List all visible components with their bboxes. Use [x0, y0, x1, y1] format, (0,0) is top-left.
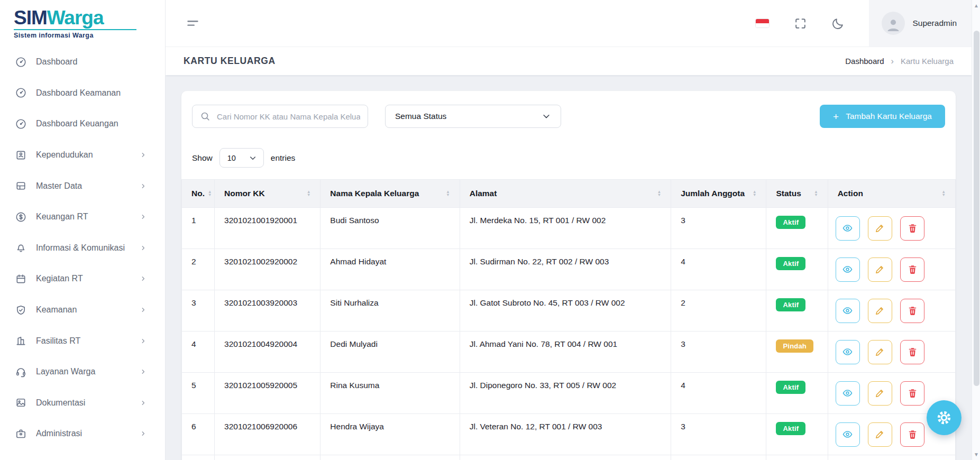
edit-button[interactable]: [868, 216, 892, 241]
sidebar-item[interactable]: Dashboard Keuangan: [0, 108, 165, 140]
cell-alamat: Jl. Diponegoro No. 33, RT 005 / RW 002: [460, 373, 671, 414]
trash-icon: [907, 305, 918, 316]
sidebar-item[interactable]: Keuangan RT: [0, 201, 165, 233]
view-button[interactable]: [836, 257, 860, 282]
sidebar-item[interactable]: Dokumentasi: [0, 388, 165, 419]
sidebar-item[interactable]: Administrasi: [0, 418, 165, 449]
sidebar-item[interactable]: Keamanan: [0, 295, 165, 326]
status-badge: Aktif: [776, 298, 805, 311]
cell-nama-kepala-keluarga: Dedi Mulyadi: [320, 332, 460, 373]
edit-button[interactable]: [868, 381, 892, 406]
sidebar-item[interactable]: Master Data: [0, 170, 165, 201]
column-header-jumlah-anggota[interactable]: Jumlah Anggota▲▼: [671, 180, 766, 208]
delete-button[interactable]: [900, 257, 924, 282]
column-header-action[interactable]: Action▲▼: [828, 180, 955, 208]
view-button[interactable]: [836, 299, 860, 323]
cell-alamat: Jl. Veteran No. 12, RT 001 / RW 003: [460, 414, 671, 455]
sidebar-item[interactable]: Dashboard Keamanan: [0, 78, 165, 109]
fullscreen-icon[interactable]: [794, 17, 807, 30]
scrollbar-thumb[interactable]: [974, 31, 979, 386]
search-input[interactable]: [192, 105, 368, 128]
chevron-right-icon: [140, 368, 147, 375]
pencil-icon: [874, 264, 885, 275]
trash-icon: [907, 264, 918, 275]
eye-icon: [842, 346, 853, 357]
sidebar-item[interactable]: Kependudukan: [0, 140, 165, 171]
column-header-no[interactable]: No.▲▼: [182, 180, 215, 208]
app-logo[interactable]: SIMWarga Sistem informasi Warga: [0, 0, 165, 47]
table-header-row: No.▲▼ Nomor KK▲▼ Nama Kepala Keluarga▲▼ …: [182, 180, 956, 208]
chevron-down-icon: [542, 112, 551, 121]
sidebar-item[interactable]: Dashboard: [0, 47, 165, 78]
sidebar-item[interactable]: Informasi & Komunikasi: [0, 233, 165, 264]
eye-icon: [842, 388, 853, 399]
settings-fab[interactable]: [927, 400, 961, 435]
cell-nomor-kk: 3201021003920003: [215, 290, 320, 332]
sidebar-item[interactable]: Kegiatan RT: [0, 263, 165, 295]
sidebar-item-label: Administrasi: [36, 429, 140, 438]
view-button[interactable]: [836, 340, 860, 364]
delete-button[interactable]: [900, 340, 924, 364]
cell-action: [828, 332, 955, 373]
table-row: 6 3201021006920006 Hendra Wijaya Jl. Vet…: [182, 414, 956, 455]
view-button[interactable]: [836, 422, 860, 447]
page-scrollbar[interactable]: ▲ ▼: [972, 0, 980, 460]
main-content: Semua Status + Tambah Kartu Keluarga Sho…: [166, 75, 972, 460]
top-header: Superadmin: [166, 0, 972, 47]
status-filter-select[interactable]: Semua Status: [385, 105, 561, 128]
dark-mode-moon-icon[interactable]: [831, 17, 845, 30]
kartu-keluarga-table: No.▲▼ Nomor KK▲▼ Nama Kepala Keluarga▲▼ …: [181, 179, 956, 460]
entries-per-page-select[interactable]: 10: [219, 148, 264, 168]
language-flag-icon[interactable]: [755, 19, 770, 28]
gauge-icon: [15, 118, 27, 130]
sidebar-item-label: Dashboard Keuangan: [36, 119, 140, 128]
delete-button[interactable]: [900, 216, 924, 241]
scrollbar-up-arrow[interactable]: ▲: [972, 3, 980, 8]
column-header-alamat[interactable]: Alamat▲▼: [460, 180, 671, 208]
cell-status: Aktif: [766, 373, 828, 414]
column-header-nomor-kk[interactable]: Nomor KK▲▼: [215, 180, 320, 208]
cell-nomor-kk: 3201021001920001: [215, 208, 320, 249]
edit-button[interactable]: [868, 340, 892, 364]
scrollbar-down-arrow[interactable]: ▼: [972, 452, 980, 457]
status-badge: Aktif: [776, 422, 805, 435]
plus-icon: +: [833, 112, 839, 122]
show-entries-row: Show 10 entries: [181, 148, 956, 168]
delete-button[interactable]: [900, 422, 924, 447]
menu-toggle-icon[interactable]: [186, 16, 200, 31]
sidebar-item[interactable]: Fasilitas RT: [0, 325, 165, 356]
trash-icon: [907, 223, 918, 234]
trash-icon: [907, 346, 918, 357]
delete-button[interactable]: [900, 299, 924, 323]
view-button[interactable]: [836, 381, 860, 406]
sort-icon: ▲▼: [307, 190, 310, 197]
edit-button[interactable]: [868, 299, 892, 323]
column-header-status[interactable]: Status▲▼: [766, 180, 828, 208]
sidebar-item-label: Keuangan RT: [36, 212, 140, 222]
cell-no: 6: [182, 414, 215, 455]
edit-button[interactable]: [868, 257, 892, 282]
column-header-nama-kepala-keluarga[interactable]: Nama Kepala Keluarga▲▼: [320, 180, 460, 208]
sidebar: SIMWarga Sistem informasi Warga Dashboar…: [0, 0, 166, 460]
user-menu[interactable]: Superadmin: [869, 0, 972, 47]
logo-text: SIMWarga: [14, 7, 165, 29]
cell-alamat: Jl. Sudirman No. 22, RT 002 / RW 003: [460, 249, 671, 290]
chevron-right-icon: [140, 337, 147, 345]
breadcrumb-dashboard-link[interactable]: Dashboard: [845, 57, 884, 66]
status-badge: Aktif: [776, 381, 805, 394]
cell-no: 4: [182, 332, 215, 373]
view-button[interactable]: [836, 216, 860, 241]
sidebar-item-label: Informasi & Komunikasi: [36, 243, 140, 253]
layout-icon: [15, 180, 27, 192]
sidebar-item[interactable]: Layanan Warga: [0, 356, 165, 388]
delete-button[interactable]: [900, 381, 924, 406]
add-kartu-keluarga-button[interactable]: + Tambah Kartu Keluarga: [820, 105, 945, 128]
cell-nama-kepala-keluarga: Siti Nurhaliza: [320, 290, 460, 332]
table-row: 3 3201021003920003 Siti Nurhaliza Jl. Ga…: [182, 290, 956, 332]
cell-nomor-kk: 3201021006920006: [215, 414, 320, 455]
gauge-icon: [15, 56, 27, 68]
briefcase-icon: [15, 428, 27, 440]
eye-icon: [842, 305, 853, 316]
logo-tagline: Sistem informasi Warga: [14, 32, 165, 39]
edit-button[interactable]: [868, 422, 892, 447]
